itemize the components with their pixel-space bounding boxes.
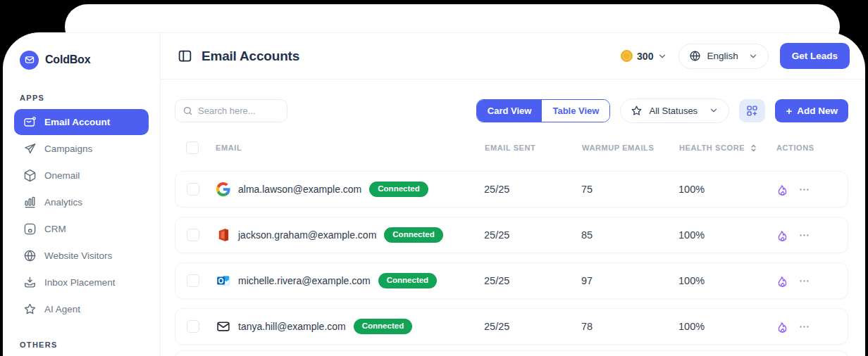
warmup-emails-value: 78 [581, 321, 678, 332]
row-actions [776, 183, 836, 196]
warmup-flame-icon[interactable] [776, 183, 789, 196]
table-header: EMAIL EMAIL SENT WARMUP EMAILS HEALTH SC… [175, 139, 848, 157]
email-address: alma.lawson@example.com [238, 184, 361, 195]
brand: ColdBox [3, 44, 160, 75]
status-badge: Connected [354, 319, 412, 334]
table-row: alma.lawson@example.com Connected 25/25 … [175, 171, 848, 208]
cube-icon [23, 169, 37, 183]
warmup-flame-icon[interactable] [776, 274, 789, 288]
table-view-button[interactable]: Table View [542, 100, 609, 122]
row-checkbox[interactable] [187, 183, 199, 196]
next-row-peek [175, 350, 848, 356]
language-value: English [707, 51, 738, 61]
sidebar-item-crm[interactable]: CRM [14, 216, 149, 242]
email-cell: michelle.rivera@example.com Connected [216, 273, 484, 288]
sidebar-item-label: Inbox Placement [44, 277, 116, 288]
plus-icon: + [786, 105, 792, 117]
sidebar-toggle-icon[interactable] [176, 48, 193, 65]
get-leads-button[interactable]: Get Leads [780, 43, 850, 69]
warmup-emails-value: 97 [581, 275, 678, 286]
table-row: tanya.hill@example.com Connected 25/25 7… [175, 308, 848, 345]
warmup-emails-value: 85 [581, 229, 678, 241]
email-sent-value: 25/25 [484, 229, 581, 241]
sidebar-item-email-account[interactable]: Email Account [14, 109, 149, 135]
chevron-down-icon [748, 51, 758, 61]
email-sent-value: 25/25 [484, 184, 581, 195]
add-new-button[interactable]: + Add New [775, 99, 848, 122]
row-checkbox[interactable] [187, 229, 199, 241]
sidebar-section-apps: APPS Email Account Campaigns Onemail [3, 94, 160, 322]
row-actions [776, 320, 836, 333]
row-checkbox[interactable] [187, 320, 199, 333]
sort-icon[interactable] [748, 143, 759, 153]
row-checkbox[interactable] [187, 274, 199, 287]
search-input[interactable] [198, 106, 275, 116]
email-cell: tanya.hill@example.com Connected [216, 319, 484, 334]
email-cell: jackson.graham@example.com Connected [216, 227, 484, 243]
card-view-button[interactable]: Card View [477, 100, 542, 122]
warmup-emails-value: 75 [581, 184, 678, 195]
column-actions: ACTIONS [776, 144, 837, 152]
sidebar-item-campaigns[interactable]: Campaigns [14, 136, 149, 162]
health-score-value: 100% [678, 275, 776, 286]
table-body: alma.lawson@example.com Connected 25/25 … [175, 171, 848, 356]
toolbar-right: Card View Table View All Statuses [476, 98, 848, 123]
column-health-score[interactable]: HEALTH SCORE [679, 143, 776, 153]
warmup-flame-icon[interactable] [776, 320, 789, 333]
health-score-value: 100% [678, 321, 776, 332]
star-icon [631, 105, 643, 117]
status-badge: Connected [384, 227, 442, 243]
column-warmup-emails: WARMUP EMAILS [582, 144, 679, 152]
sidebar-item-ai-agent[interactable]: AI Agent [14, 296, 149, 322]
main-area: Email Accounts 300 English [161, 33, 865, 356]
sidebar-item-label: Analytics [44, 197, 82, 208]
email-address: jackson.graham@example.com [238, 229, 376, 241]
content-area: Card View Table View All Statuses [161, 80, 865, 356]
app-window-icon [23, 222, 37, 236]
more-menu-icon[interactable] [798, 184, 810, 196]
status-filter-value: All Statuses [649, 106, 702, 116]
outlook-icon [216, 274, 230, 288]
credits-dropdown[interactable]: 300 [621, 50, 667, 62]
coldbox-logo-icon [20, 51, 39, 70]
bar-chart-icon [23, 196, 37, 210]
row-actions [776, 274, 836, 288]
sidebar-item-analytics[interactable]: Analytics [14, 189, 149, 215]
envelope-icon [216, 319, 230, 333]
sidebar-item-inbox-placement[interactable]: Inbox Placement [14, 269, 149, 295]
view-toggle: Card View Table View [476, 99, 611, 122]
star-icon [23, 303, 37, 317]
warmup-flame-icon[interactable] [776, 229, 789, 242]
page-title: Email Accounts [202, 49, 299, 64]
toolbar: Card View Table View All Statuses [175, 98, 848, 122]
status-filter-dropdown[interactable]: All Statuses [620, 98, 729, 123]
search-icon [182, 106, 193, 116]
add-new-label: Add New [797, 106, 838, 116]
status-badge: Connected [378, 273, 437, 288]
table-row: jackson.graham@example.com Connected 25/… [175, 217, 848, 253]
brand-name: ColdBox [45, 53, 90, 66]
more-menu-icon[interactable] [798, 229, 810, 241]
coin-icon [621, 50, 633, 62]
health-score-value: 100% [678, 229, 776, 241]
globe-icon [23, 249, 37, 263]
more-menu-icon[interactable] [798, 321, 810, 333]
column-health-score-label: HEALTH SCORE [679, 144, 745, 152]
layout-grid-button[interactable] [739, 99, 765, 122]
more-menu-icon[interactable] [798, 275, 810, 287]
row-actions [776, 229, 836, 242]
sidebar-item-label: AI Agent [44, 304, 80, 314]
language-selector[interactable]: English [678, 44, 768, 69]
google-icon [216, 182, 230, 196]
search-box [175, 99, 287, 122]
sidebar-section-others: OTHERS Submit Feedback [3, 341, 160, 356]
sidebar-item-label: Email Account [44, 117, 110, 127]
chevron-down-icon [657, 51, 667, 61]
paper-plane-icon [23, 142, 37, 156]
sidebar-item-website-visitors[interactable]: Website Visitors [14, 243, 149, 269]
select-all-checkbox[interactable] [186, 141, 199, 154]
inbox-arrow-icon [23, 276, 37, 290]
sidebar-item-onemail[interactable]: Onemail [14, 163, 149, 189]
email-cell: alma.lawson@example.com Connected [216, 182, 484, 197]
email-address: tanya.hill@example.com [238, 321, 346, 332]
